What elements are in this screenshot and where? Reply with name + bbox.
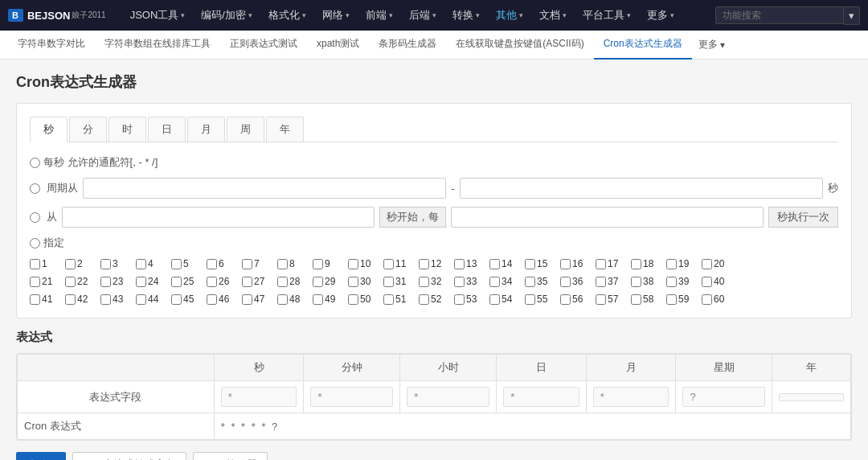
checkbox-28[interactable] <box>277 277 288 287</box>
subnav-item-xpath[interactable]: xpath测试 <box>307 31 369 60</box>
checkbox-11[interactable] <box>383 259 394 269</box>
checkbox-4[interactable] <box>136 259 146 269</box>
tab-year[interactable]: 年 <box>266 117 304 142</box>
checkbox-15[interactable] <box>525 259 535 269</box>
nav-item-json[interactable]: JSON工具 ▾ <box>122 8 194 23</box>
subnav-item-string-compare[interactable]: 字符串数字对比 <box>8 31 95 60</box>
tab-day[interactable]: 日 <box>148 117 186 142</box>
checkbox-37[interactable] <box>596 277 606 287</box>
checkbox-21[interactable] <box>30 277 40 287</box>
checkbox-25[interactable] <box>171 277 182 287</box>
checkbox-33[interactable] <box>454 277 465 287</box>
subnav-item-barcode[interactable]: 条形码生成器 <box>369 31 446 60</box>
checkbox-60[interactable] <box>702 294 712 305</box>
checkbox-41[interactable] <box>30 294 40 305</box>
checkbox-2[interactable] <box>65 259 76 269</box>
checkbox-17[interactable] <box>596 259 606 269</box>
radio-period[interactable] <box>30 183 40 194</box>
radio-period-label[interactable] <box>30 183 40 194</box>
checkbox-53[interactable] <box>454 294 465 305</box>
checkbox-14[interactable] <box>489 259 500 269</box>
checkbox-45[interactable] <box>171 294 182 305</box>
checkbox-54[interactable] <box>489 294 500 305</box>
tab-month[interactable]: 月 <box>187 117 225 142</box>
tab-minute[interactable]: 分 <box>69 117 107 142</box>
radio-every-second[interactable] <box>30 158 40 168</box>
checkbox-38[interactable] <box>631 277 641 287</box>
search-button[interactable]: ▾ <box>844 6 860 25</box>
convert-button[interactable]: cron表达式转成字段 <box>72 452 186 460</box>
radio-specify-label[interactable]: 指定 <box>30 236 64 250</box>
subnav-more[interactable]: 更多 ▾ <box>692 38 731 51</box>
checkbox-24[interactable] <box>136 277 146 287</box>
period-from-input[interactable] <box>83 178 446 199</box>
nav-item-convert[interactable]: 转换 ▾ <box>444 8 488 23</box>
validate-button[interactable]: Cron校验器 <box>193 452 268 460</box>
checkbox-3[interactable] <box>100 259 111 269</box>
checkbox-59[interactable] <box>666 294 677 305</box>
nav-item-more[interactable]: 更多 ▾ <box>639 8 682 23</box>
subnav-item-cron[interactable]: Cron表达式生成器 <box>594 31 692 60</box>
checkbox-5[interactable] <box>171 259 182 269</box>
checkbox-23[interactable] <box>100 277 111 287</box>
checkbox-8[interactable] <box>277 259 288 269</box>
checkbox-26[interactable] <box>207 277 217 287</box>
checkbox-42[interactable] <box>65 294 76 305</box>
nav-item-format[interactable]: 格式化 ▾ <box>260 8 314 23</box>
checkbox-12[interactable] <box>419 259 429 269</box>
checkbox-31[interactable] <box>383 277 394 287</box>
checkbox-50[interactable] <box>348 294 358 305</box>
checkbox-46[interactable] <box>207 294 217 305</box>
checkbox-57[interactable] <box>596 294 606 305</box>
run-button[interactable]: 运行 <box>16 452 66 460</box>
every-value-input[interactable] <box>451 207 764 228</box>
checkbox-35[interactable] <box>525 277 535 287</box>
search-input[interactable] <box>715 6 844 24</box>
checkbox-32[interactable] <box>419 277 429 287</box>
checkbox-51[interactable] <box>383 294 394 305</box>
checkbox-6[interactable] <box>207 259 217 269</box>
checkbox-56[interactable] <box>560 294 571 305</box>
checkbox-9[interactable] <box>313 259 323 269</box>
nav-item-network[interactable]: 网络 ▾ <box>314 8 358 23</box>
checkbox-13[interactable] <box>454 259 465 269</box>
checkbox-52[interactable] <box>419 294 429 305</box>
checkbox-58[interactable] <box>631 294 641 305</box>
checkbox-43[interactable] <box>100 294 111 305</box>
nav-item-frontend[interactable]: 前端 ▾ <box>358 8 401 23</box>
checkbox-10[interactable] <box>348 259 358 269</box>
checkbox-7[interactable] <box>242 259 252 269</box>
subnav-item-string-sort[interactable]: 字符串数组在线排库工具 <box>95 31 220 60</box>
checkbox-48[interactable] <box>277 294 288 305</box>
nav-item-other[interactable]: 其他 ▾ <box>488 8 531 23</box>
checkbox-55[interactable] <box>525 294 535 305</box>
checkbox-47[interactable] <box>242 294 252 305</box>
radio-every-second-label[interactable]: 每秒 允许的通配符[, - * /] <box>30 155 158 170</box>
checkbox-49[interactable] <box>313 294 323 305</box>
checkbox-22[interactable] <box>65 277 76 287</box>
checkbox-30[interactable] <box>348 277 358 287</box>
checkbox-16[interactable] <box>560 259 571 269</box>
checkbox-36[interactable] <box>560 277 571 287</box>
checkbox-18[interactable] <box>631 259 641 269</box>
tab-hour[interactable]: 时 <box>108 117 146 142</box>
checkbox-27[interactable] <box>242 277 252 287</box>
radio-from-label[interactable] <box>30 212 40 223</box>
checkbox-1[interactable] <box>30 259 40 269</box>
nav-item-docs[interactable]: 文档 ▾ <box>531 8 575 23</box>
checkbox-29[interactable] <box>313 277 323 287</box>
tab-week[interactable]: 周 <box>227 117 264 142</box>
checkbox-34[interactable] <box>489 277 500 287</box>
checkbox-20[interactable] <box>702 259 712 269</box>
checkbox-39[interactable] <box>666 277 677 287</box>
subnav-item-regex[interactable]: 正则表达式测试 <box>220 31 307 60</box>
tab-second[interactable]: 秒 <box>30 117 68 142</box>
checkbox-19[interactable] <box>666 259 677 269</box>
nav-item-backend[interactable]: 后端 ▾ <box>401 8 444 23</box>
from-value-input[interactable] <box>62 207 375 228</box>
period-to-input[interactable] <box>460 178 823 199</box>
checkbox-40[interactable] <box>702 277 712 287</box>
nav-item-encode[interactable]: 编码/加密 ▾ <box>193 8 260 23</box>
subnav-item-ascii[interactable]: 在线获取键盘按键值(ASCII码) <box>446 31 593 60</box>
nav-item-platform[interactable]: 平台工具 ▾ <box>575 8 639 23</box>
